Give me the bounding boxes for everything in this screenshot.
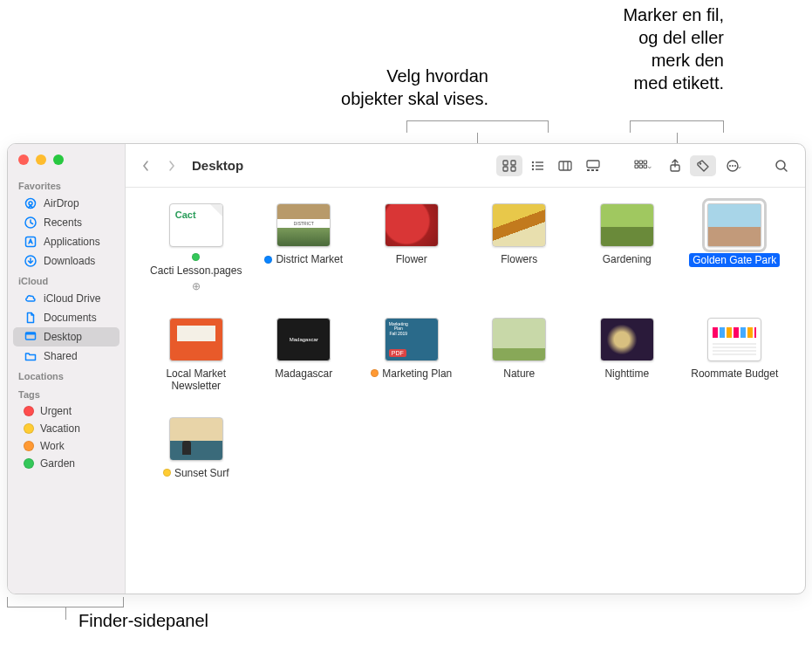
file-label-row: Flowers: [501, 253, 537, 265]
sidebar-item-shared[interactable]: Shared: [13, 347, 119, 366]
view-list-button[interactable]: [524, 155, 550, 176]
file-item[interactable]: DISTRICTDistrict Market: [258, 203, 351, 293]
airdrop-icon: [24, 196, 38, 210]
svg-point-15: [532, 168, 534, 169]
file-label-row: Nighttime: [604, 367, 649, 380]
sidebar-item-airdrop[interactable]: AirDrop: [13, 194, 119, 213]
svg-rect-23: [596, 169, 598, 171]
back-button[interactable]: [136, 154, 155, 177]
svg-rect-14: [536, 165, 543, 166]
svg-rect-17: [559, 161, 571, 170]
group-by-button[interactable]: ⌄: [627, 155, 660, 176]
file-name: District Market: [276, 253, 343, 265]
close-button[interactable]: [18, 154, 29, 165]
svg-rect-8: [511, 161, 515, 165]
sidebar-item-recents[interactable]: Recents: [13, 213, 119, 232]
file-name: Cacti Lesson.pages: [150, 264, 242, 277]
sidebar-tag-vacation[interactable]: Vacation: [13, 420, 119, 437]
sidebar-item-label: Documents: [44, 312, 97, 324]
toolbar-group-right: ⌄ ⌄: [627, 155, 751, 176]
sidebar-item-label: Garden: [40, 457, 75, 470]
minimize-button[interactable]: [36, 154, 46, 165]
file-item[interactable]: Golden Gate Park: [689, 203, 781, 293]
file-item[interactable]: Nighttime: [581, 318, 673, 393]
file-label-row: Local Market Newsletter: [150, 367, 242, 393]
file-thumbnail: [600, 318, 654, 361]
svg-rect-21: [587, 169, 590, 171]
file-item[interactable]: Flower: [365, 203, 458, 293]
callout-share-tag: Marker en fil, og del eller merk den med…: [523, 3, 724, 94]
file-item[interactable]: Sunset Surf: [150, 417, 242, 479]
view-gallery-button[interactable]: [580, 155, 606, 176]
file-thumbnail: [385, 203, 439, 247]
file-label-row: Sunset Surf: [163, 467, 229, 479]
chevron-down-icon: ⌄: [736, 161, 743, 170]
file-thumbnail: [169, 318, 223, 361]
svg-point-31: [699, 162, 701, 164]
sidebar-tag-garden[interactable]: Garden: [13, 455, 119, 472]
view-column-button[interactable]: [552, 155, 578, 176]
file-name: Nighttime: [604, 367, 649, 380]
svg-rect-10: [511, 167, 515, 171]
file-label-row: Cacti Lesson.pages ⊕: [150, 253, 242, 293]
sidebar-item-documents[interactable]: Documents: [13, 308, 119, 327]
sidebar-item-icloud-drive[interactable]: iCloud Drive: [13, 289, 119, 308]
file-thumbnail: [492, 203, 546, 247]
view-icon-button[interactable]: [496, 155, 522, 176]
sidebar-tag-urgent[interactable]: Urgent: [13, 402, 119, 420]
file-name: Roommate Budget: [691, 367, 778, 380]
search-button[interactable]: [768, 155, 795, 176]
sidebar-item-label: Desktop: [44, 331, 82, 343]
maximize-button[interactable]: [53, 154, 64, 165]
forward-button[interactable]: [162, 154, 181, 177]
file-item[interactable]: Madagascar: [258, 318, 351, 393]
desktop-icon: [24, 330, 38, 344]
svg-line-37: [784, 168, 787, 171]
svg-rect-28: [639, 165, 643, 168]
sidebar-item-label: Work: [40, 440, 65, 452]
main-area: Desktop ⌄: [126, 144, 805, 594]
tag-dot-icon: [163, 469, 171, 477]
svg-rect-22: [591, 169, 594, 171]
sidebar-item-downloads[interactable]: Downloads: [13, 251, 119, 271]
file-name: Nature: [503, 367, 535, 380]
sidebar-item-applications[interactable]: Applications: [13, 232, 119, 251]
file-item[interactable]: Gardening: [581, 203, 673, 293]
icloud-icon: [24, 292, 38, 305]
content-area: Cacti Lesson.pages ⊕DISTRICTDistrict Mar…: [126, 188, 805, 594]
file-item[interactable]: MarketingPlanFall 2019Marketing Plan: [365, 318, 458, 393]
file-thumbnail: [169, 203, 223, 247]
file-name: Flower: [396, 253, 427, 265]
callout-sidebar-tick: [65, 607, 66, 620]
more-button[interactable]: ⌄: [718, 155, 751, 176]
sidebar: Favorites AirDropRecentsApplicationsDown…: [8, 144, 126, 594]
file-item[interactable]: Local Market Newsletter: [150, 318, 242, 393]
svg-rect-20: [587, 161, 599, 168]
callout-view-bracket: [406, 120, 549, 133]
applications-icon: [24, 235, 38, 249]
svg-rect-6: [26, 333, 36, 335]
sidebar-item-desktop[interactable]: Desktop: [13, 327, 119, 347]
file-item[interactable]: Flowers: [474, 203, 566, 293]
file-thumbnail: DISTRICT: [276, 203, 331, 247]
file-label-row: Flower: [396, 253, 427, 265]
svg-point-34: [732, 165, 734, 167]
file-item[interactable]: Cacti Lesson.pages ⊕: [150, 203, 242, 293]
file-label-row: Marketing Plan: [371, 367, 452, 380]
sidebar-heading-locations: Locations: [8, 366, 125, 384]
svg-rect-25: [639, 161, 643, 164]
file-name: Madagascar: [275, 367, 332, 380]
tag-dot-icon: [371, 369, 379, 377]
file-name: Marketing Plan: [382, 367, 452, 380]
tag-button[interactable]: [690, 155, 716, 176]
file-name: Local Market Newsletter: [150, 367, 242, 393]
callout-sidebar-bracket: [7, 597, 124, 607]
chevron-down-icon: ⌄: [646, 161, 653, 170]
svg-point-11: [532, 161, 534, 162]
sidebar-tag-work[interactable]: Work: [13, 437, 119, 455]
sidebar-item-label: Recents: [44, 216, 82, 229]
file-item[interactable]: Roommate Budget: [689, 318, 781, 393]
file-item[interactable]: Nature: [474, 318, 566, 393]
svg-point-13: [532, 164, 534, 166]
share-button[interactable]: [662, 155, 688, 176]
